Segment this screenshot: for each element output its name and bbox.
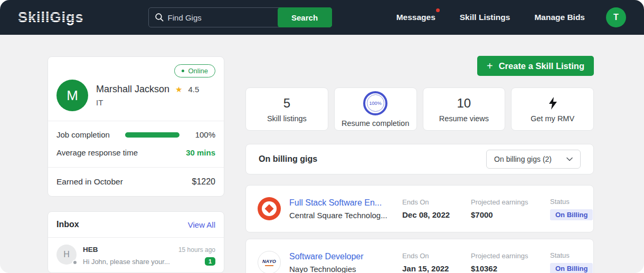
search-icon [155, 13, 164, 24]
user-avatar[interactable]: T [606, 7, 626, 27]
billing-gigs-title: On billing gigs [259, 154, 317, 164]
projected-earnings-value: $10362 [471, 264, 550, 273]
centralsquare-logo [258, 197, 281, 220]
nav-link-skill-listings[interactable]: Skill Listings [460, 13, 510, 22]
job-completion-progress-bar [125, 132, 179, 138]
presence-dot-icon [72, 260, 78, 265]
profile-category: IT [96, 98, 199, 107]
ends-on-value: Dec 08, 2022 [402, 210, 471, 219]
get-rmv-label: Get my RMV [531, 114, 574, 123]
left-column: Online M Marshall Jackson ★ 4.5 IT [48, 56, 224, 273]
rating-value: 4.5 [188, 85, 200, 94]
gig-earnings-col: Projected earnings $10362 [471, 252, 550, 273]
resume-completion-label: Resume completion [342, 119, 409, 128]
response-time-value: 30 mins [186, 148, 215, 157]
online-label: Online [188, 67, 208, 75]
dropdown-selected-value: On billing gigs (2) [494, 155, 552, 163]
ends-on-value: Jan 15, 2022 [402, 264, 471, 273]
ends-on-label: Ends On [402, 252, 471, 260]
inbox-header: Inbox View All [48, 212, 224, 237]
status-label: Status [550, 198, 593, 206]
profile-avatar: M [56, 80, 88, 111]
sender-avatar-initial: H [63, 250, 70, 259]
inbox-card: Inbox View All H HEB 15 hours ago [48, 211, 224, 273]
right-column: + Create a Skill Listing 5 Skill listing… [245, 56, 594, 273]
manage-bids-label: Manage Bids [534, 13, 585, 22]
search-input[interactable] [149, 8, 278, 27]
earned-label: Earned in October [56, 177, 123, 187]
nav-link-messages[interactable]: Messages [396, 13, 435, 22]
inbox-message-row[interactable]: H HEB 15 hours ago Hi John, please share… [48, 238, 224, 272]
nayo-logo-text: NAYO [262, 259, 276, 264]
profile-identity: Marshall Jackson ★ 4.5 IT [96, 84, 199, 107]
nayo-logo: NAYO [258, 251, 281, 273]
resume-completion-card[interactable]: 100% Resume completion [334, 87, 417, 131]
skillgigs-logo: SkillGigs [18, 11, 84, 25]
unread-count-badge: 1 [205, 257, 215, 266]
projected-earnings-label: Projected earnings [471, 252, 550, 260]
skill-listings-count: 5 [283, 96, 290, 111]
profile-stats: Job completion 100% Average response tim… [48, 121, 224, 167]
profile-name: Marshall Jackson [96, 84, 169, 95]
get-rmv-card[interactable]: Get my RMV [511, 87, 594, 131]
search-button[interactable]: Search [278, 7, 332, 27]
message-body: HEB 15 hours ago Hi John, please share y… [83, 245, 215, 266]
star-icon: ★ [175, 85, 182, 94]
profile-card: Online M Marshall Jackson ★ 4.5 IT [48, 56, 224, 197]
nayo-logo-underline [265, 265, 273, 266]
skill-listings-card[interactable]: 5 Skill listings [245, 87, 328, 131]
ends-on-label: Ends On [402, 198, 471, 206]
message-time: 15 hours ago [178, 246, 215, 253]
resume-views-count: 10 [457, 96, 471, 111]
earned-row: Earned in October $1220 [48, 167, 224, 196]
gig-title-link[interactable]: Full Stack Software En... [289, 198, 387, 208]
gig-status-col: Status On Billing [550, 198, 593, 220]
message-preview: Hi John, please share your... [83, 258, 170, 266]
projected-earnings-label: Projected earnings [471, 198, 550, 206]
gig-row-software-developer[interactable]: NAYO Software Developer Nayo Technologie… [245, 239, 594, 273]
skill-listings-label: Skill listings [267, 114, 307, 123]
status-badge: On Billing [550, 263, 593, 273]
gig-titles: Software Developer Nayo Technologies [289, 252, 364, 273]
navbar: SkillGigs Search Messages Skill Listings… [0, 0, 644, 35]
gig-company: Central Square Technolog... [289, 211, 387, 220]
gig-earnings-col: Projected earnings $7000 [471, 198, 550, 219]
profile-top: Online M Marshall Jackson ★ 4.5 IT [48, 57, 224, 121]
view-all-link[interactable]: View All [188, 220, 215, 229]
lightning-bolt-icon [548, 96, 557, 111]
create-skill-listing-button[interactable]: + Create a Skill Listing [477, 56, 594, 76]
gig-ends-on-col: Ends On Dec 08, 2022 [402, 198, 471, 219]
gig-title-link[interactable]: Software Developer [289, 252, 364, 261]
skillgigs-app: SkillGigs Search Messages Skill Listings… [0, 0, 644, 273]
completion-ring-value: 100% [367, 94, 384, 112]
gig-company: Nayo Technologies [289, 265, 364, 273]
messages-label: Messages [396, 13, 435, 22]
plus-icon: + [487, 61, 493, 71]
chevron-down-icon [566, 157, 573, 161]
message-sender: HEB [83, 246, 98, 253]
main-content: Online M Marshall Jackson ★ 4.5 IT [0, 35, 644, 273]
status-label: Status [550, 251, 593, 259]
response-time-row: Average response time 30 mins [56, 148, 215, 157]
job-completion-row: Job completion 100% [56, 130, 215, 139]
gig-status-col: Status On Billing [550, 251, 593, 273]
job-completion-label: Job completion [56, 130, 110, 139]
job-completion-value: 100% [195, 130, 215, 139]
status-badge: On Billing [550, 209, 593, 220]
billing-gigs-header: On billing gigs On billing gigs (2) [245, 144, 594, 174]
skill-listings-label: Skill Listings [460, 13, 510, 22]
response-time-label: Average response time [56, 148, 138, 157]
online-status-badge: Online [174, 64, 215, 77]
inbox-title: Inbox [56, 220, 79, 229]
search-bar: Search [148, 7, 332, 27]
nav-link-manage-bids[interactable]: Manage Bids [534, 13, 585, 22]
nav-links: Messages Skill Listings Manage Bids [396, 13, 585, 22]
notification-dot [436, 8, 440, 12]
online-dot-icon [182, 70, 184, 72]
resume-views-card[interactable]: 10 Resume views [423, 87, 506, 131]
billing-gigs-dropdown[interactable]: On billing gigs (2) [486, 150, 581, 169]
create-button-label: Create a Skill Listing [499, 61, 584, 71]
gig-row-fullstack[interactable]: Full Stack Software En... Central Square… [245, 185, 594, 232]
message-sender-avatar: H [56, 245, 77, 265]
gig-titles: Full Stack Software En... Central Square… [289, 198, 387, 220]
